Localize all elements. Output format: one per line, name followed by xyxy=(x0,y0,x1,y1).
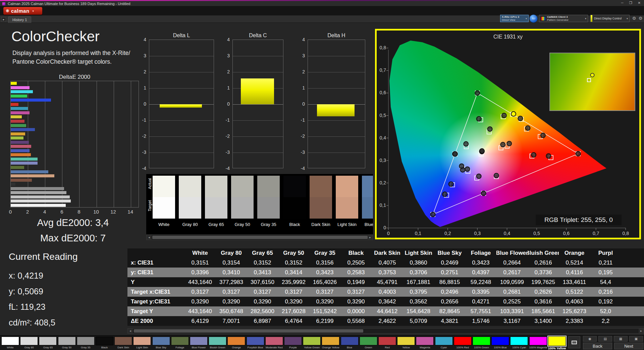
minimize-button[interactable]: ─ xyxy=(621,1,624,5)
table-cell: 52,0 xyxy=(590,306,621,316)
table-cell: 0,3423 xyxy=(465,258,496,268)
scrollbar-thumb[interactable] xyxy=(134,329,363,333)
palette-swatch-label: Foliage xyxy=(171,346,189,349)
scroll-right-icon[interactable]: ► xyxy=(639,329,644,333)
palette-swatch[interactable]: Blue Sky xyxy=(152,336,170,350)
palette-swatch[interactable]: Gray 80 xyxy=(20,336,38,350)
measured-point xyxy=(477,117,481,121)
page-subtitle-line2: Pantone ColorChecker® target colors. xyxy=(12,58,112,65)
palette-swatch-color xyxy=(284,337,302,345)
table-cell: 0,3736 xyxy=(528,268,559,277)
palette-swatch[interactable]: Purple xyxy=(284,336,302,350)
palette-swatch[interactable]: Blue Flower xyxy=(190,336,208,350)
maximize-button[interactable]: ❐ xyxy=(629,1,632,5)
deltae-bar xyxy=(11,191,66,194)
grid-icon-button[interactable]: ▦ xyxy=(614,336,628,342)
palette-swatch-label: Gray 50 xyxy=(58,346,76,349)
table-cell: 5,0709 xyxy=(403,316,434,326)
table-cell: 0,2626 xyxy=(528,287,559,297)
display-control-select[interactable]: Direct Display Control ▾ xyxy=(590,15,630,22)
palette-swatch[interactable]: Gray 35 xyxy=(77,336,95,350)
palette-swatch[interactable]: Orange xyxy=(227,336,245,350)
gridline xyxy=(233,153,283,153)
palette-swatch[interactable]: Magenta xyxy=(416,336,434,350)
scrollbar-thumb[interactable] xyxy=(152,236,368,239)
target-swatch xyxy=(336,197,358,219)
table-cell: 0,2751 xyxy=(434,268,465,277)
meter-select[interactable]: X-Rite i1Pro 3 Direct View ▾ xyxy=(500,15,529,22)
swatch-strip-scrollbar[interactable]: ◄ ► xyxy=(146,235,373,240)
palette-swatch[interactable]: Purplish Blue xyxy=(247,336,264,350)
palette-swatch[interactable]: 100% Magenta xyxy=(529,336,547,350)
palette-swatch[interactable]: Green xyxy=(360,336,377,350)
table-cell: 0,3290 xyxy=(216,297,247,306)
calman-logo-button[interactable]: ❋ calman ▾ xyxy=(3,7,42,15)
current-reading-fl: fL: 119,23 xyxy=(9,302,45,312)
axis-tick-label: 0 xyxy=(227,101,230,107)
palette-swatch[interactable]: Black xyxy=(96,336,113,350)
deltae-bar xyxy=(11,174,54,177)
meter-status-icon[interactable]: 707 xyxy=(529,14,538,23)
table-cell: 6,4129 xyxy=(184,316,216,326)
palette-swatch[interactable]: Foliage xyxy=(171,336,189,350)
pattern-generator-select[interactable]: CalMAN Client 3 Pattern Generator ▾ xyxy=(539,15,588,22)
column-header: Bluish Green xyxy=(528,248,559,258)
next-button[interactable]: Next xyxy=(614,343,643,349)
palette-swatch[interactable]: White xyxy=(1,336,19,350)
palette-swatch[interactable]: 100% Green xyxy=(473,336,490,350)
deltae-bar xyxy=(11,170,48,173)
settings-gear-button[interactable]: ⚙ xyxy=(631,15,637,21)
deltae-bar xyxy=(11,95,27,98)
report-icon-button[interactable]: ▤ xyxy=(598,336,612,342)
palette-swatch[interactable]: Cyan xyxy=(435,336,453,350)
palette-swatch[interactable]: Red xyxy=(378,336,396,350)
row-label: Target y:CIE31 xyxy=(127,297,184,306)
palette-swatch[interactable]: Yellow xyxy=(397,336,415,350)
palette-swatch[interactable]: Moderate Red xyxy=(265,336,283,350)
gridline xyxy=(149,153,214,153)
scroll-left-icon[interactable]: ◄ xyxy=(128,329,133,333)
table-scrollbar[interactable]: ◄ ► xyxy=(127,328,644,334)
table-cell: 0,2505 xyxy=(340,258,372,268)
back-button[interactable]: Back xyxy=(583,343,612,349)
palette-swatch-color xyxy=(171,337,189,345)
pattern-window-button[interactable] xyxy=(568,336,580,348)
measured-point xyxy=(481,191,486,196)
window-icon-button[interactable]: ▣ xyxy=(629,336,643,342)
palette-swatch[interactable]: 100% Blue xyxy=(491,336,509,350)
palette-swatch[interactable]: Orange Yellow xyxy=(322,336,339,350)
delta-h-y-axis-labels: 43210-1-2-3-4 xyxy=(296,40,305,168)
table-cell: 350,6748 xyxy=(216,306,247,316)
preferences-gear-button[interactable]: ⚙ xyxy=(638,15,643,21)
palette-swatch[interactable]: Yellow Green xyxy=(303,336,321,350)
palette-swatch[interactable]: Gray 65 xyxy=(39,336,57,350)
deltae-bar xyxy=(11,183,15,186)
gridline xyxy=(79,81,79,207)
palette-swatch[interactable]: Gray 50 xyxy=(58,336,76,350)
table-cell: 0,3413 xyxy=(247,268,278,277)
palette-swatch[interactable]: Blue xyxy=(341,336,359,350)
scroll-left-icon[interactable]: ◄ xyxy=(147,235,152,240)
palette-swatch[interactable]: Dark Skin xyxy=(114,336,132,350)
deltae-bar xyxy=(11,187,64,190)
close-button[interactable]: ✕ xyxy=(638,1,641,5)
delta-l-bar xyxy=(160,104,202,108)
palette-swatch[interactable]: 100% Yellow xyxy=(548,336,566,350)
palette-swatch[interactable]: 100% Cyan xyxy=(510,336,528,350)
axis-tick-label: 3 xyxy=(144,53,146,58)
capture-icon-button[interactable]: ◉ xyxy=(583,336,597,342)
gridline xyxy=(149,136,214,137)
palette-swatch[interactable]: Bluish Green xyxy=(209,336,226,350)
palette-swatch[interactable]: Light Skin xyxy=(133,336,151,350)
table-cell: 0,2496 xyxy=(434,287,465,297)
table-cell: 0,4075 xyxy=(372,258,403,268)
tab-nav-button[interactable]: ▸ xyxy=(1,17,6,22)
scroll-right-icon[interactable]: ► xyxy=(368,235,373,240)
axis-tick-label: 0,3 xyxy=(380,158,386,163)
palette-swatch-label: Cyan xyxy=(435,346,453,349)
palette-swatch[interactable]: 100% Red xyxy=(454,336,472,350)
tab-history-1[interactable]: History 1 xyxy=(8,16,31,23)
table-cell: 0,3152 xyxy=(247,258,278,268)
deltae-bar xyxy=(11,145,31,148)
axis-tick-label: 0,2 xyxy=(442,231,454,236)
